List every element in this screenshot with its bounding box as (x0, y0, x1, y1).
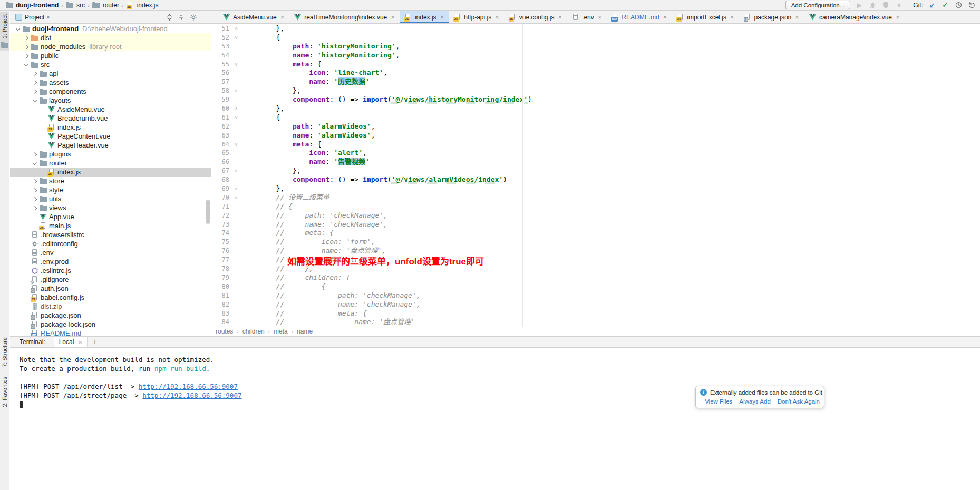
git-history-button[interactable] (954, 1, 963, 9)
code-line[interactable]: 63 name: 'alarmVideos', (211, 131, 980, 140)
notification-action-always-add[interactable]: Always Add (739, 398, 770, 405)
code-line[interactable]: 69∧ }, (211, 184, 980, 193)
tree-item[interactable]: dist.zip (10, 302, 211, 311)
tree-item[interactable]: JSmain.js (10, 221, 211, 230)
code-line[interactable]: 75 // icon: 'form', (211, 238, 980, 247)
tree-item[interactable]: .editorconfig (10, 239, 211, 248)
breadcrumb-item[interactable]: JSindex.js (127, 2, 159, 9)
code-line[interactable]: 68 component: () => import('@/views/alar… (211, 175, 980, 184)
code-line[interactable]: 53 path: 'historyMonitoring', (211, 42, 980, 51)
chevron-right-icon[interactable] (23, 52, 31, 60)
chevron-right-icon[interactable] (31, 88, 39, 95)
fold-marker-icon[interactable]: ∨ (232, 140, 240, 149)
tree-item[interactable]: layouts (10, 96, 211, 105)
editor-breadcrumb-item[interactable]: children (242, 328, 265, 335)
code-line[interactable]: 52∨ { (211, 33, 980, 42)
tree-item[interactable]: src (10, 60, 211, 69)
breadcrumb-item[interactable]: router (92, 2, 119, 9)
code-line[interactable]: 66 name: '告警视频' (211, 158, 980, 166)
chevron-right-icon[interactable] (31, 151, 39, 158)
close-icon[interactable]: × (391, 13, 395, 21)
chevron-right-icon[interactable] (31, 70, 39, 77)
tree-item[interactable]: { }auth.json (10, 284, 211, 293)
chevron-right-icon[interactable] (31, 178, 39, 185)
tree-item[interactable]: App.vue (10, 212, 211, 221)
fold-marker-icon[interactable]: ∧ (232, 184, 240, 193)
stripe-favorites-button[interactable]: 2: Favorites (0, 375, 9, 409)
code-line[interactable]: 82 // name: 'checkManage', (211, 300, 980, 309)
run-with-coverage-button[interactable] (881, 1, 890, 9)
fold-marker-icon[interactable]: ∨ (232, 193, 240, 202)
code-line[interactable]: 59 component: () => import('@/views/hist… (211, 95, 980, 104)
code-line[interactable]: 56 icon: 'line-chart', (211, 68, 980, 77)
code-line[interactable]: 83 // meta: { (211, 309, 980, 318)
tree-item[interactable]: PageHeader.vue (10, 141, 211, 150)
chevron-right-icon[interactable] (31, 195, 39, 203)
editor-tab-package.json[interactable]: { }package.json× (739, 11, 804, 23)
terminal-tab-local[interactable]: Local × (54, 337, 88, 347)
tree-item[interactable]: router (10, 159, 211, 168)
tree-item[interactable]: { }package.json (10, 311, 211, 320)
code-line[interactable]: 74 // meta: { (211, 229, 980, 238)
chevron-right-icon[interactable] (23, 43, 31, 51)
close-icon[interactable]: × (440, 13, 444, 21)
tree-item[interactable]: .env (10, 248, 211, 257)
editor-tab-vue.config.js[interactable]: JSvue.config.js× (504, 11, 567, 23)
close-icon[interactable]: × (896, 13, 900, 21)
editor-breadcrumb-item[interactable]: name (297, 328, 313, 335)
editor-tab-README.md[interactable]: MDREADME.md× (606, 11, 672, 23)
chevron-down-icon[interactable]: ▾ (47, 15, 50, 20)
close-icon[interactable]: × (558, 13, 562, 21)
fold-marker-icon[interactable]: ∧ (232, 24, 240, 33)
editor-tab-AsideMenu.vue[interactable]: AsideMenu.vue× (218, 11, 289, 23)
new-terminal-button[interactable]: + (93, 338, 97, 346)
locate-icon[interactable] (166, 14, 173, 21)
code-line[interactable]: 60∧ }, (211, 104, 980, 113)
editor-breadcrumb-item[interactable]: routes (216, 328, 233, 335)
tree-item[interactable]: { }package-lock.json (10, 320, 211, 329)
fold-marker-icon[interactable]: ∧ (232, 86, 240, 95)
code-line[interactable]: 79 // children: [ (211, 273, 980, 282)
code-line[interactable]: 62 path: 'alarmVideos', (211, 122, 980, 131)
tree-item[interactable]: .gitignore (10, 275, 211, 284)
code-editor[interactable]: 51∧ },52∨ {53 path: 'historyMonitoring',… (211, 24, 980, 327)
tree-item[interactable]: Breadcrumb.vue (10, 114, 211, 123)
code-line[interactable]: 64∨ meta: { (211, 140, 980, 149)
code-line[interactable]: 73 // name: 'checkManage', (211, 220, 980, 229)
editor-tab-cameraManage-index.vue[interactable]: cameraManage\index.vue× (804, 11, 905, 23)
tree-item[interactable]: PageContent.vue (10, 132, 211, 141)
fold-marker-icon[interactable]: ∨ (232, 33, 240, 42)
tree-item[interactable]: AsideMenu.vue (10, 105, 211, 114)
code-line[interactable]: 61∨ { (211, 113, 980, 122)
tree-item[interactable]: node_moduleslibrary root (10, 42, 211, 51)
notification-action-don-t-ask-again[interactable]: Don't Ask Again (778, 398, 820, 405)
tree-item[interactable]: plugins (10, 150, 211, 159)
tree-item[interactable]: dist (10, 33, 211, 42)
tree-item[interactable]: api (10, 69, 211, 78)
code-line[interactable]: 70∨ // 设置二级菜单 (211, 193, 980, 202)
tree-item[interactable]: JSindex.js (10, 168, 211, 177)
editor-tab-importExcel.js[interactable]: JSimportExcel.js× (672, 11, 739, 23)
tree-item[interactable]: JSbabel.config.js (10, 293, 211, 302)
stop-button[interactable]: ■ (895, 1, 903, 9)
code-line[interactable]: 55∨ meta: { (211, 60, 980, 69)
fold-marker-icon[interactable]: ∨ (232, 113, 240, 122)
code-line[interactable]: 58∧ }, (211, 86, 980, 95)
editor-tab-.env[interactable]: .env× (567, 11, 606, 23)
stripe-project-button[interactable]: 1: Project (0, 12, 9, 51)
collapse-all-icon[interactable] (178, 14, 185, 21)
tree-item[interactable]: components (10, 87, 211, 96)
tree-item[interactable]: views (10, 203, 211, 212)
fold-marker-icon[interactable]: ∧ (232, 166, 240, 175)
close-icon[interactable]: × (795, 13, 799, 21)
close-icon[interactable]: × (78, 338, 82, 346)
tree-item[interactable]: JSindex.js (10, 123, 211, 132)
tree-item[interactable]: .browserslistrc (10, 230, 211, 239)
tree-item[interactable]: utils (10, 194, 211, 203)
fold-marker-icon[interactable]: ∧ (232, 104, 240, 113)
close-icon[interactable]: × (495, 13, 499, 21)
editor-tab-http-api.js[interactable]: JShttp-api.js× (449, 11, 504, 23)
chevron-right-icon[interactable] (23, 34, 31, 42)
git-commit-button[interactable]: ✔ (941, 1, 949, 9)
project-tree-scrollbar[interactable] (206, 200, 210, 224)
